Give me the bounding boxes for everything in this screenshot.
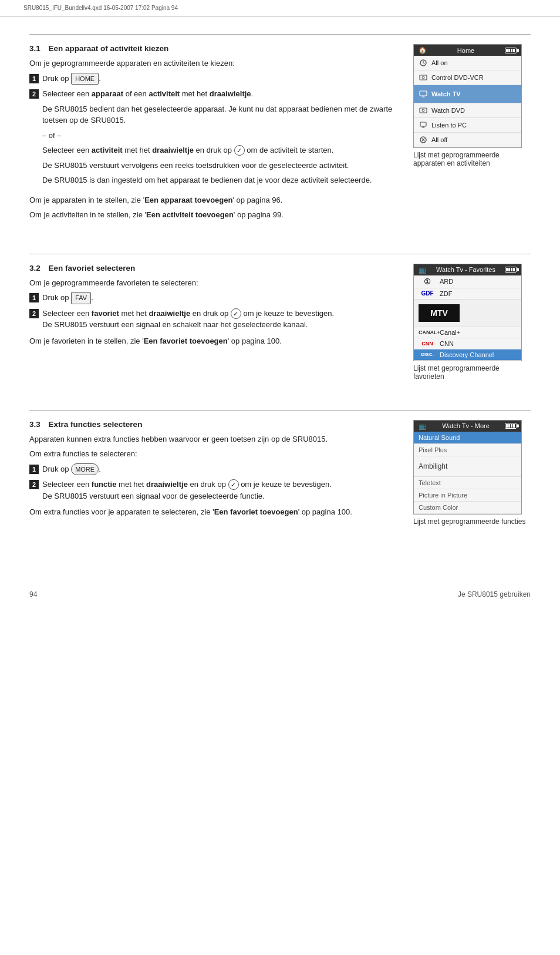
step-number-1: 1 (29, 74, 39, 83)
panel-item-alloff[interactable]: All off (414, 133, 521, 147)
more-item-pixelplus[interactable]: Pixel Plus (414, 444, 521, 456)
section-3-2-title: 3.2 Een favoriet selecteren (29, 264, 402, 273)
para-4: De SRU8015 is dan ingesteld om het appar… (42, 174, 402, 186)
svg-point-2 (422, 76, 424, 79)
step-3-2-2: 2 Selecteer een favoriet met het draaiwi… (29, 308, 402, 331)
more-bat-bar-3 (511, 424, 512, 428)
discovery-label: Discovery Channel (440, 351, 494, 358)
step-3-3-num-1: 1 (29, 465, 39, 474)
fav-bat-bar-4 (513, 268, 515, 271)
step-3-2-content-1: Druk op FAV. (42, 292, 402, 304)
note-3-3-p1: Om extra functies voor je apparaten te s… (29, 506, 402, 518)
zdf-logo: GDF (419, 290, 436, 297)
fav-battery-icon (505, 267, 517, 273)
battery-icon (505, 48, 517, 53)
panel-item-watchdvd[interactable]: Watch DVD (414, 103, 521, 118)
alloff-icon (419, 135, 428, 144)
more-item-pip[interactable]: Picture in Picture (414, 489, 521, 502)
watchtv-label: Watch TV (431, 90, 461, 97)
step-3-3-num-2: 2 (29, 480, 39, 489)
panel-item-controldvd[interactable]: Control DVD-VCR (414, 70, 521, 85)
panel-3-2-caption: Lijst met geprogrammeerde favorieten (413, 364, 531, 381)
section-title-text: Een apparaat of activiteit kiezen (49, 44, 169, 53)
panel-header: 🏠 Home (414, 45, 521, 56)
note-3-1-p1: Om je apparaten in te stellen, zie 'Een … (29, 194, 531, 206)
more-bat-bar-1 (506, 424, 508, 428)
bat-bar-2 (508, 49, 510, 52)
cnn-label: CNN (440, 340, 454, 347)
battery (505, 48, 517, 53)
more-item-ambilight[interactable]: Ambilight (414, 456, 521, 477)
more-bat-bar-4 (513, 424, 515, 428)
svg-rect-6 (420, 122, 426, 126)
section-3-3-text: 3.3 Extra functies selecteren Apparaten … (29, 420, 402, 526)
fav-item-mtv[interactable]: MTV (414, 300, 521, 327)
section-3-3-num: 3.3 (29, 420, 41, 429)
ambilight-label: Ambilight (419, 462, 447, 470)
or-text: – of – (42, 130, 402, 142)
page-content: 3.1 Een apparaat of activiteit kiezen Om… (0, 16, 560, 573)
panel-3-1-caption: Lijst met geprogrammeerde apparaten en a… (413, 151, 531, 167)
more-item-teletext[interactable]: Teletext (414, 477, 521, 489)
section-3-3-panel: 📺 Watch Tv - More Natural So (413, 420, 531, 526)
favorites-panel: 📺 Watch Tv - Favorites ① (413, 264, 522, 361)
bat-bar-1 (506, 49, 508, 52)
panel-item-watchtv[interactable]: Watch TV (414, 85, 521, 103)
fav-item-discovery[interactable]: DISC. Discovery Channel (414, 349, 521, 361)
step-3-3-content-2: Selecteer een functie met het draaiwielt… (42, 479, 402, 502)
svg-rect-3 (420, 91, 427, 96)
section-3-3: 3.3 Extra functies selecteren Apparaten … (29, 410, 531, 537)
customcolor-label: Custom Color (419, 504, 458, 511)
para-2: Selecteer een activiteit met het draaiwi… (42, 144, 402, 156)
activity-panel: 🏠 Home (413, 44, 522, 148)
step-3-3-content-1: Druk op MORE. (42, 463, 402, 476)
fav-panel-tv-icon: 📺 (419, 266, 427, 274)
note-3-1-p2: Om je activiteiten in te stellen, zie 'E… (29, 209, 531, 221)
allon-label: All on (431, 59, 448, 66)
more-item-naturalsound[interactable]: Natural Sound (414, 432, 521, 444)
section-3-2: 3.2 Een favoriet selecteren Om je geprog… (29, 254, 531, 392)
fav-panel-header: 📺 Watch Tv - Favorites (414, 264, 521, 275)
footer-right: Je SRU8015 gebruiken (458, 590, 531, 598)
footer-page-num: 94 (29, 590, 37, 598)
step-3-2-content-2: Selecteer een favoriet met het draaiwiel… (42, 308, 402, 331)
more-item-customcolor[interactable]: Custom Color (414, 502, 521, 514)
alloff-label: All off (431, 136, 447, 143)
page-header: SRU8015_IFU_Bundellv4.qxd 16-05-2007 17:… (0, 0, 560, 16)
teletext-label: Teletext (419, 479, 441, 486)
fav-bat-bar-3 (511, 268, 512, 271)
fav-key[interactable]: FAV (71, 292, 91, 304)
section-3-1-panel: 🏠 Home (413, 44, 531, 190)
section-3-2-panel: 📺 Watch Tv - Favorites ① (413, 264, 531, 381)
more-panel: 📺 Watch Tv - More Natural So (413, 420, 522, 515)
fav-item-ard[interactable]: ① ARD (414, 275, 521, 288)
more-key[interactable]: MORE (71, 463, 99, 476)
page-footer: 94 Je SRU8015 gebruiken (0, 584, 560, 604)
ard-label: ARD (440, 278, 453, 285)
fav-bat-bar-1 (506, 268, 508, 271)
panel-item-listenpc[interactable]: Listen to PC (414, 118, 521, 133)
section-3-2-title-text: Een favoriet selecteren (49, 264, 136, 273)
section-num: 3.1 (29, 44, 41, 53)
home-key[interactable]: HOME (71, 73, 99, 85)
naturalsound-label: Natural Sound (419, 434, 460, 441)
ard-logo: ① (419, 277, 436, 286)
note-3-3: Om extra functies voor je apparaten te s… (29, 506, 402, 518)
svg-point-5 (422, 109, 424, 112)
allon-icon (419, 58, 428, 68)
panel-item-allon[interactable]: All on (414, 56, 521, 70)
note-3-1: Om je apparaten in te stellen, zie 'Een … (29, 194, 531, 221)
fav-item-cnn[interactable]: CNN CNN (414, 338, 521, 349)
dvd-icon (419, 73, 428, 82)
fav-item-canalplus[interactable]: CANAL+ Canal+ (414, 327, 521, 338)
section-3-1-text: 3.1 Een apparaat of activiteit kiezen Om… (29, 44, 402, 190)
controldvd-label: Control DVD-VCR (431, 74, 484, 81)
listenpc-label: Listen to PC (431, 122, 467, 129)
step-3-2-num-2: 2 (29, 309, 39, 318)
note-3-2: Om je favorieten in te stellen, zie 'Een… (29, 335, 402, 347)
panel-header-icon: 🏠 (419, 46, 427, 54)
check-icon-2: ✓ (231, 308, 241, 319)
step-3-3-1: 1 Druk op MORE. (29, 463, 402, 476)
discovery-logo: DISC. (419, 352, 436, 357)
fav-item-zdf[interactable]: GDF ZDF (414, 288, 521, 300)
